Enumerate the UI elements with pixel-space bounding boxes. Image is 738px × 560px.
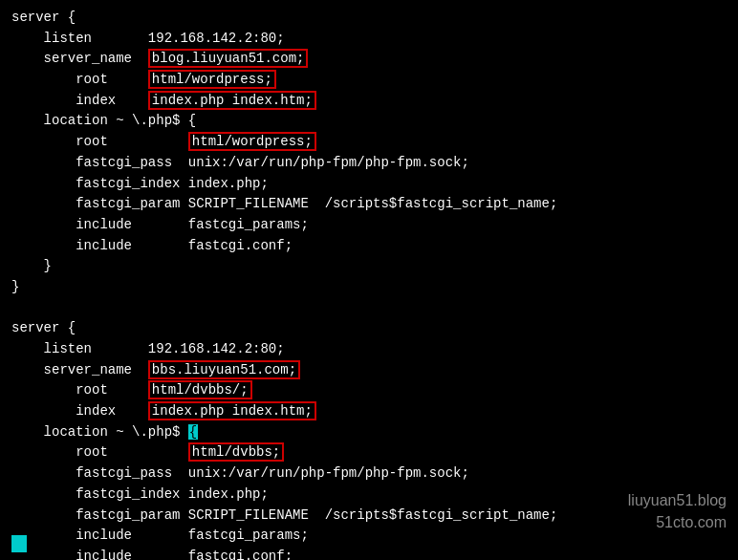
code-editor: server { listen 192.168.142.2:80; server… bbox=[0, 0, 738, 560]
code-line-25: fastcgi_param SCRIPT_FILENAME /scripts$f… bbox=[11, 506, 727, 527]
code-line-6: location ~ \.php$ { bbox=[11, 111, 727, 132]
highlight-index-1: index.php index.htm; bbox=[148, 91, 316, 110]
code-line-10: fastcgi_param SCRIPT_FILENAME /scripts$f… bbox=[11, 194, 727, 215]
code-line-2: listen 192.168.142.2:80; bbox=[11, 29, 727, 50]
highlight-server-name-1: blog.liuyuan51.com; bbox=[148, 49, 309, 68]
code-line-12: include fastcgi.conf; bbox=[11, 236, 727, 257]
code-line-13: } bbox=[11, 256, 727, 277]
highlight-root-val-2: html/dvbbs; bbox=[188, 442, 284, 462]
code-line-22: root html/dvbbs; bbox=[11, 442, 727, 463]
code-line-20: index index.php index.htm; bbox=[11, 401, 727, 422]
code-line-7: root html/wordpress; bbox=[11, 132, 727, 153]
code-line-8: fastcgi_pass unix:/var/run/php-fpm/php-f… bbox=[11, 153, 727, 174]
code-line-15 bbox=[11, 298, 727, 319]
code-line-26: include fastcgi_params; bbox=[11, 526, 727, 547]
code-line-14: } bbox=[11, 277, 727, 298]
code-line-24: fastcgi_index index.php; bbox=[11, 485, 727, 506]
highlight-root-1: html/wordpress; bbox=[148, 70, 276, 89]
watermark-line1: liuyuan51.blog bbox=[628, 490, 727, 511]
code-line-21: location ~ \.php$ { bbox=[11, 422, 727, 443]
code-line-3: server_name blog.liuyuan51.com; bbox=[11, 49, 727, 70]
highlight-index-2: index.php index.htm; bbox=[148, 401, 316, 420]
code-line-11: include fastcgi_params; bbox=[11, 215, 727, 236]
code-line-16: server { bbox=[11, 318, 727, 339]
code-line-19: root html/dvbbs/; bbox=[11, 380, 727, 401]
highlight-root-val-1: html/wordpress; bbox=[188, 132, 316, 151]
code-line-17: listen 192.168.142.2:80; bbox=[11, 339, 727, 360]
code-line-27: include fastcgi.conf; bbox=[11, 547, 727, 560]
code-line-5: index index.php index.htm; bbox=[11, 91, 727, 112]
code-line-9: fastcgi_index index.php; bbox=[11, 174, 727, 195]
watermark: liuyuan51.blog 51cto.com bbox=[628, 490, 727, 533]
highlight-root-2: html/dvbbs/; bbox=[148, 380, 252, 399]
cursor-block bbox=[11, 535, 27, 552]
cyan-brace: { bbox=[188, 424, 198, 440]
code-line-4: root html/wordpress; bbox=[11, 70, 727, 91]
highlight-server-name-2: bbs.liuyuan51.com; bbox=[148, 360, 300, 379]
code-line-1: server { bbox=[11, 8, 727, 29]
watermark-line2: 51cto.com bbox=[628, 512, 727, 533]
code-line-23: fastcgi_pass unix:/var/run/php-fpm/php-f… bbox=[11, 463, 727, 485]
code-line-18: server_name bbs.liuyuan51.com; bbox=[11, 360, 727, 381]
